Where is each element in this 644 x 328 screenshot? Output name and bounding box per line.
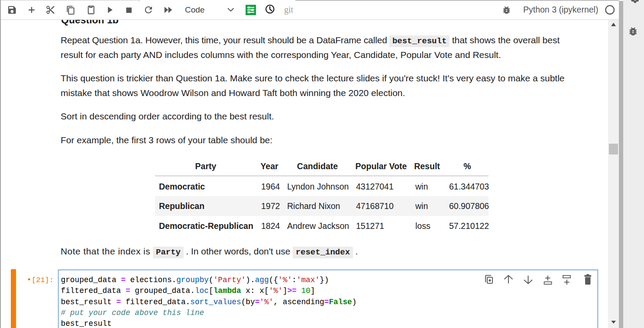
svg-text:Python 3 (ipykernel): Python 3 (ipykernel) bbox=[523, 5, 598, 14]
svg-text:Code: Code bbox=[185, 5, 204, 14]
svg-text:git: git bbox=[284, 5, 294, 15]
